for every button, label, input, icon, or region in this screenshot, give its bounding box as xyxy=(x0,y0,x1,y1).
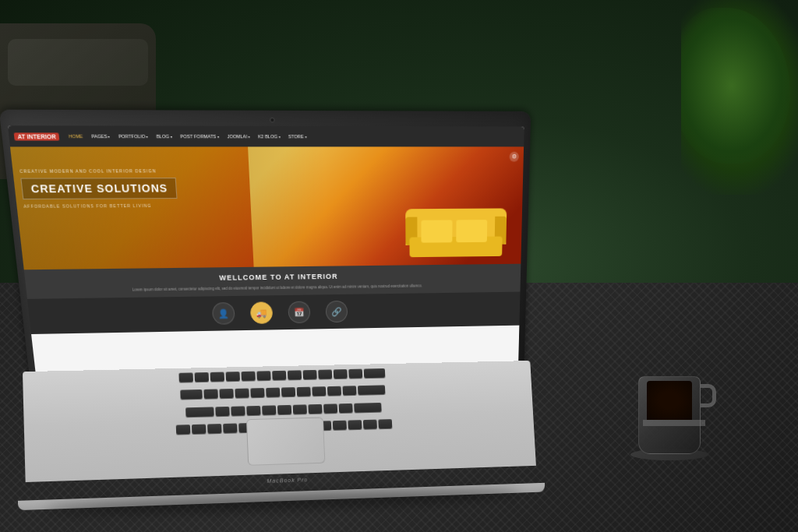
key xyxy=(246,406,260,415)
keyboard-area xyxy=(23,361,536,482)
calendar-icon-circle[interactable]: 📅 xyxy=(288,301,310,323)
calendar-icon: 📅 xyxy=(294,307,305,317)
hero-subtitle-bottom: AFFORDABLE SOLUTIONS FOR BETTER LIVING xyxy=(23,203,178,209)
key xyxy=(312,387,326,396)
key xyxy=(203,389,217,399)
key xyxy=(215,407,229,416)
laptop: AT INTERIOR HOME PAGES PORTFOLIO BLOG PO… xyxy=(9,129,546,510)
key xyxy=(272,371,286,380)
link-icon-circle[interactable]: 🔗 xyxy=(326,301,348,322)
key xyxy=(333,421,347,430)
laptop-display: AT INTERIOR HOME PAGES PORTFOLIO BLOG PO… xyxy=(8,125,524,380)
key xyxy=(223,424,237,433)
key xyxy=(348,369,362,379)
nav-post-formats[interactable]: POST FORMATS xyxy=(178,132,222,141)
key xyxy=(250,388,264,397)
mug-liquid xyxy=(647,381,692,420)
key xyxy=(178,372,193,382)
mug-handle xyxy=(701,384,716,407)
key xyxy=(288,370,302,379)
hero-content: CREATIVE MODERN AND COOL INTERIOR DESIGN… xyxy=(19,168,178,209)
key xyxy=(354,403,382,413)
nav-portfolio[interactable]: PORTFOLIO xyxy=(115,132,150,140)
delivery-icon-circle[interactable]: 🚚 xyxy=(250,302,274,325)
key xyxy=(262,405,276,414)
key xyxy=(185,407,214,417)
nav-k2-blog[interactable]: K2 BLOG xyxy=(256,132,283,141)
key xyxy=(334,369,348,379)
nav-blog[interactable]: BLOG xyxy=(154,132,175,140)
key xyxy=(192,425,207,434)
background-plant xyxy=(681,0,798,195)
key xyxy=(339,403,353,413)
key xyxy=(327,386,341,396)
macbook-brand-label: MacBook Pro xyxy=(267,477,308,484)
key xyxy=(348,420,362,429)
nav-items: HOME PAGES PORTFOLIO BLOG POST FORMATS J… xyxy=(65,132,309,140)
key xyxy=(318,369,332,379)
key xyxy=(378,419,392,428)
key xyxy=(266,388,280,397)
key xyxy=(176,425,191,434)
user-icon: 👤 xyxy=(217,308,229,319)
key xyxy=(297,387,311,396)
key xyxy=(293,404,307,414)
laptop-bezel: AT INTERIOR HOME PAGES PORTFOLIO BLOG PO… xyxy=(0,110,531,391)
key xyxy=(231,406,245,415)
mug-band xyxy=(643,420,705,426)
nav-joomlai[interactable]: JOOMLAI xyxy=(224,132,252,141)
coffee-mug xyxy=(634,361,704,454)
site-logo: AT INTERIOR xyxy=(14,132,60,140)
key xyxy=(226,372,240,381)
hero-title: CREATIVE SOLUTIONS xyxy=(30,181,168,195)
key xyxy=(323,403,337,413)
key xyxy=(303,370,317,379)
key xyxy=(180,389,203,400)
key xyxy=(256,371,270,380)
key xyxy=(277,405,291,414)
key xyxy=(195,372,209,382)
key xyxy=(308,404,322,414)
key xyxy=(364,368,386,378)
user-icon-circle[interactable]: 👤 xyxy=(212,302,235,325)
hero-title-box: CREATIVE SOLUTIONS xyxy=(20,178,177,199)
key xyxy=(219,389,233,398)
nav-home[interactable]: HOME xyxy=(65,132,86,140)
trackpad[interactable] xyxy=(246,417,326,466)
key xyxy=(210,372,224,382)
nav-store[interactable]: STORE xyxy=(286,132,309,141)
key xyxy=(363,420,377,429)
key xyxy=(207,424,222,433)
key xyxy=(281,387,295,396)
site-navbar: AT INTERIOR HOME PAGES PORTFOLIO BLOG PO… xyxy=(8,125,524,146)
site-hero: CREATIVE MODERN AND COOL INTERIOR DESIGN… xyxy=(10,146,524,270)
laptop-screen-assembly: AT INTERIOR HOME PAGES PORTFOLIO BLOG PO… xyxy=(0,110,531,391)
delivery-icon: 🚚 xyxy=(256,308,267,318)
key xyxy=(241,372,255,381)
hero-subtitle-top: CREATIVE MODERN AND COOL INTERIOR DESIGN xyxy=(19,168,176,174)
link-icon: 🔗 xyxy=(331,307,342,317)
key xyxy=(358,386,385,396)
key xyxy=(342,386,356,396)
laptop-base: MacBook Pro xyxy=(15,361,546,510)
key xyxy=(235,389,249,398)
website-content: AT INTERIOR HOME PAGES PORTFOLIO BLOG PO… xyxy=(8,125,524,380)
nav-pages[interactable]: PAGES xyxy=(88,132,112,140)
mug-body xyxy=(638,376,701,454)
laptop-camera xyxy=(270,118,275,123)
icons-row: 👤 🚚 📅 🔗 xyxy=(27,292,520,334)
